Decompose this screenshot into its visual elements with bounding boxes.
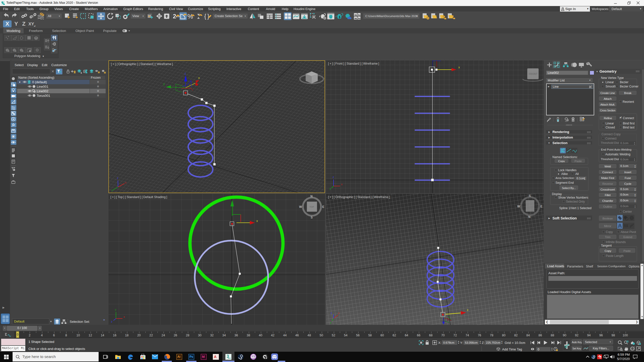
svg-text:S: S	[529, 194, 531, 198]
svg-text:x: x	[256, 219, 258, 223]
svg-text:x: x	[338, 311, 340, 314]
svg-text:y: y	[330, 321, 332, 324]
svg-text:x: x	[467, 308, 468, 312]
svg-text:y: y	[330, 187, 331, 190]
svg-text:W: W	[517, 205, 520, 208]
svg-text:FRONT: FRONT	[529, 73, 537, 75]
svg-text:x: x	[124, 315, 125, 318]
svg-text:y: y	[163, 82, 165, 86]
svg-text:x: x	[125, 181, 127, 184]
svg-text:%: %	[187, 13, 193, 20]
svg-text:x: x	[458, 66, 460, 69]
svg-text:z: z	[184, 72, 186, 75]
svg-text:z: z	[331, 311, 332, 314]
svg-text:y: y	[115, 308, 116, 311]
svg-text:z: z	[111, 320, 112, 323]
svg-text:W: W	[299, 205, 302, 209]
svg-text:N: N	[310, 195, 313, 198]
svg-text:{ }: { }	[204, 13, 209, 20]
svg-text:x: x	[341, 183, 343, 186]
svg-text:z: z	[333, 175, 334, 178]
svg-text:z: z	[117, 176, 118, 179]
svg-text:E: E	[540, 205, 542, 208]
svg-text:S: S	[311, 216, 313, 219]
svg-text:N: N	[528, 215, 531, 219]
svg-text:y: y	[111, 189, 113, 192]
svg-text:TOP: TOP	[309, 206, 314, 208]
svg-text:x: x	[198, 76, 200, 80]
svg-text:2: 2	[173, 13, 176, 20]
svg-text:E: E	[322, 205, 324, 209]
